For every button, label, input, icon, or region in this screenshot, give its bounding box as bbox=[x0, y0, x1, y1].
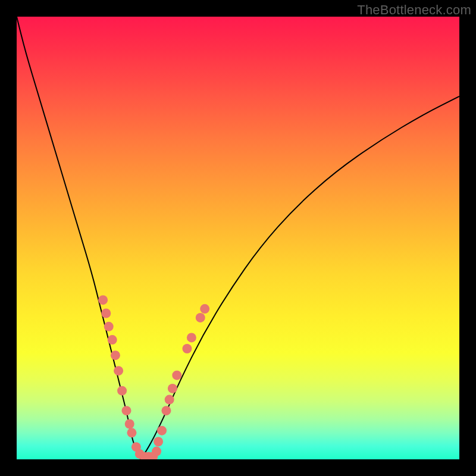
data-marker bbox=[125, 419, 134, 428]
curve-left bbox=[17, 17, 140, 459]
data-marker bbox=[168, 384, 177, 393]
data-marker bbox=[127, 428, 136, 437]
data-marker bbox=[152, 447, 161, 456]
left-curve-path bbox=[17, 17, 140, 459]
data-marker bbox=[161, 406, 171, 415]
data-marker bbox=[187, 333, 196, 342]
data-marker bbox=[135, 449, 145, 459]
watermark-text: TheBottleneck.com bbox=[357, 2, 471, 18]
data-marker bbox=[139, 452, 149, 459]
data-marker bbox=[196, 313, 205, 322]
data-marker bbox=[182, 344, 192, 353]
data-marker bbox=[148, 452, 158, 459]
data-marker bbox=[98, 295, 108, 305]
data-marker bbox=[165, 395, 174, 405]
data-marker bbox=[111, 350, 120, 360]
curve-svg bbox=[17, 17, 459, 459]
plot-area bbox=[17, 17, 459, 459]
curve-right bbox=[140, 96, 459, 459]
data-marker bbox=[200, 304, 209, 314]
data-marker bbox=[131, 442, 141, 452]
markers-group bbox=[98, 295, 209, 459]
data-marker bbox=[108, 335, 117, 345]
data-marker bbox=[104, 322, 114, 331]
data-marker bbox=[172, 371, 181, 380]
data-marker bbox=[101, 308, 111, 318]
data-marker bbox=[154, 437, 163, 446]
data-marker bbox=[114, 366, 123, 375]
data-marker bbox=[117, 386, 127, 396]
data-marker bbox=[157, 426, 167, 436]
chart-container: TheBottleneck.com bbox=[0, 0, 476, 476]
data-marker bbox=[122, 406, 131, 415]
right-curve-path bbox=[140, 96, 459, 459]
data-marker bbox=[144, 452, 154, 459]
